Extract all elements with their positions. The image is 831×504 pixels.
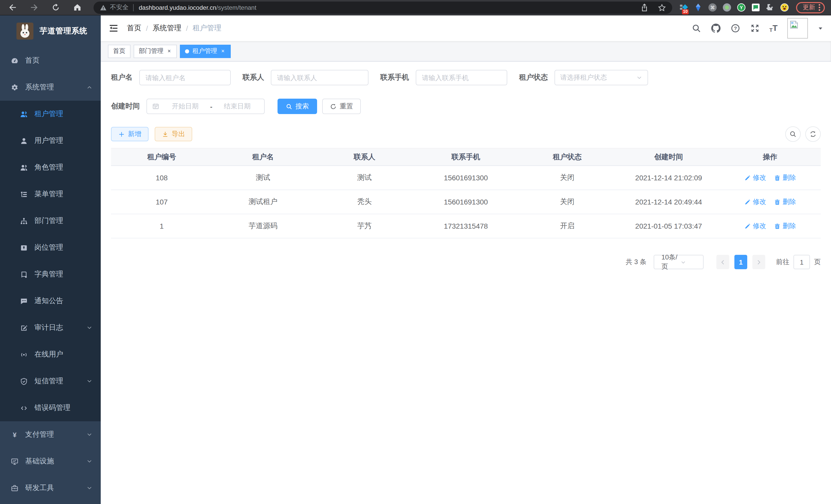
mobile-input[interactable]: [416, 70, 507, 85]
url-host: dashboard.yudao.iocoder.cn: [139, 4, 217, 11]
ext-kite-icon[interactable]: [694, 3, 703, 12]
not-secure-label[interactable]: 不安全: [110, 3, 128, 12]
tab-0[interactable]: 首页: [108, 45, 131, 58]
tenant-name-input[interactable]: [139, 70, 231, 85]
github-icon[interactable]: [711, 23, 720, 33]
fullscreen-icon[interactable]: [750, 23, 760, 33]
bookmark-star-icon[interactable]: [658, 3, 666, 11]
sidebar-item-5[interactable]: 菜单管理: [0, 181, 101, 208]
active-tab-dot-icon: [185, 49, 190, 53]
header-search-icon[interactable]: [691, 23, 701, 33]
sidebar-item-8[interactable]: 字典管理: [0, 261, 101, 288]
edit-link[interactable]: 修改: [744, 173, 766, 182]
sidebar-item-label: 系统管理: [25, 83, 54, 92]
ext-record-icon[interactable]: [722, 3, 731, 12]
breadcrumb-item: 租户管理: [193, 24, 222, 33]
sidebar-item-14[interactable]: ¥支付管理: [0, 421, 101, 448]
sidebar-item-0[interactable]: 首页: [0, 47, 101, 74]
avatar-caret-icon[interactable]: [818, 25, 823, 31]
tab-1[interactable]: 部门管理×: [134, 45, 177, 58]
sidebar-item-label: 角色管理: [34, 163, 63, 172]
browser-extensions: 10⌘Y: [679, 3, 789, 12]
calendar-icon: [152, 103, 159, 110]
browser-reload-icon[interactable]: [50, 2, 61, 12]
ext-puzzle-icon[interactable]: [766, 3, 774, 12]
org-icon: [20, 217, 28, 225]
browser-update-button[interactable]: 更新: [796, 2, 825, 13]
sidebar-item-7[interactable]: 岗位管理: [0, 234, 101, 261]
sidebar-item-label: 短信管理: [34, 377, 63, 386]
pay-icon: ¥: [10, 431, 19, 439]
ext-diamond-icon[interactable]: 10: [679, 3, 688, 12]
app-logo[interactable]: 芋道管理系统: [0, 16, 101, 46]
sidebar-item-12[interactable]: 短信管理: [0, 368, 101, 394]
browser-home-icon[interactable]: [72, 2, 82, 12]
cell-actions: 修改删除: [719, 166, 821, 190]
address-bar[interactable]: 不安全 dashboard.yudao.iocoder.cn/system/te…: [93, 1, 672, 13]
status-label: 租户状态: [519, 73, 548, 82]
sidebar-item-2[interactable]: 租户管理: [0, 101, 101, 127]
sidebar-item-label: 部门管理: [34, 216, 63, 226]
sms-icon: [20, 377, 28, 385]
prev-page-button[interactable]: [716, 255, 729, 269]
ext-emoji-icon[interactable]: [780, 3, 789, 12]
sidebar-item-1[interactable]: 系统管理: [0, 74, 101, 101]
sidebar-item-6[interactable]: 部门管理: [0, 208, 101, 234]
help-icon[interactable]: ?: [730, 23, 740, 33]
table-column-header: 创建时间: [618, 148, 719, 166]
sidebar-item-label: 审计日志: [34, 323, 63, 332]
search-button[interactable]: 搜索: [278, 99, 317, 114]
cell-contact: 芋艿: [314, 214, 415, 238]
close-icon[interactable]: ×: [220, 48, 226, 55]
goto-page-input[interactable]: [794, 255, 810, 269]
sidebar-item-3[interactable]: 用户管理: [0, 127, 101, 154]
date-range-picker[interactable]: 开始日期 - 结束日期: [146, 99, 265, 114]
ext-y-icon[interactable]: Y: [737, 3, 746, 12]
svg-text:?: ?: [734, 26, 737, 31]
sidebar-item-11[interactable]: 在线用户: [0, 341, 101, 368]
browser-back-icon[interactable]: [7, 2, 18, 12]
sidebar-item-16[interactable]: 研发工具: [0, 475, 101, 501]
sidebar-item-9[interactable]: 通知公告: [0, 288, 101, 315]
row-actions: 修改删除: [719, 197, 821, 207]
breadcrumb-item[interactable]: 首页: [127, 24, 141, 33]
browser-forward-icon[interactable]: [29, 2, 39, 12]
close-icon[interactable]: ×: [167, 48, 172, 55]
sidebar-item-4[interactable]: 角色管理: [0, 154, 101, 181]
reset-button[interactable]: 重置: [322, 99, 361, 114]
cell-name: 芋道源码: [212, 214, 314, 238]
share-icon[interactable]: [640, 3, 649, 11]
export-button[interactable]: 导出: [155, 127, 192, 141]
sidebar-item-10[interactable]: 审计日志: [0, 315, 101, 341]
mobile-label: 联系手机: [380, 73, 409, 82]
refresh-table-button[interactable]: [805, 126, 821, 142]
delete-link[interactable]: 删除: [774, 173, 796, 182]
ext-command-icon[interactable]: ⌘: [708, 3, 717, 12]
sidebar-item-13[interactable]: 错误码管理: [0, 394, 101, 421]
ext-chat-icon[interactable]: [751, 3, 760, 12]
dashboard-icon: [10, 57, 19, 65]
tab-2[interactable]: 租户管理×: [180, 45, 231, 58]
chevron-down-icon: [86, 378, 92, 384]
browser-menu-icon[interactable]: [819, 4, 820, 11]
font-size-icon[interactable]: TT: [769, 24, 778, 33]
page-size-select[interactable]: 10条/页: [654, 255, 704, 269]
contact-input[interactable]: [271, 70, 369, 85]
sidebar-fold-icon[interactable]: [109, 23, 119, 33]
edit-link[interactable]: 修改: [744, 221, 766, 231]
pagination: 共 3 条 10条/页 1 前往 页: [111, 255, 821, 269]
next-page-button[interactable]: [752, 255, 765, 269]
edit-link[interactable]: 修改: [744, 197, 766, 207]
breadcrumb-item[interactable]: 系统管理: [153, 24, 181, 33]
cell-status: 关闭: [516, 190, 618, 214]
page-number-1[interactable]: 1: [735, 255, 747, 269]
user-avatar[interactable]: [787, 18, 808, 38]
sidebar-item-15[interactable]: 基础设施: [0, 448, 101, 475]
tab-label: 首页: [113, 47, 125, 56]
show-search-toggle-button[interactable]: [785, 126, 801, 142]
add-button[interactable]: 新增: [111, 127, 148, 141]
status-select[interactable]: 请选择租户状态: [554, 70, 648, 85]
delete-link[interactable]: 删除: [774, 221, 796, 231]
urlbar-divider: [133, 4, 134, 11]
delete-link[interactable]: 删除: [774, 197, 796, 207]
